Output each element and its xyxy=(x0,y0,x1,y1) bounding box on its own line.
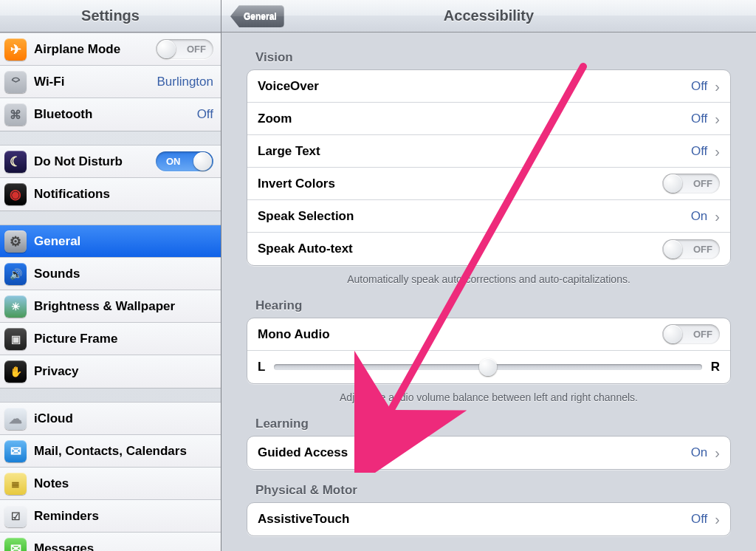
cell-zoom[interactable]: Zoom Off › xyxy=(247,103,730,135)
toggle-knob xyxy=(664,325,682,343)
cell-group-learning: Guided Access On › xyxy=(247,436,731,470)
toggle-knob xyxy=(193,152,212,171)
cell-value: Off xyxy=(691,112,707,126)
cell-audio-balance[interactable]: L R xyxy=(247,351,730,383)
sidebar-item-sounds[interactable]: 🔊 Sounds xyxy=(0,258,221,290)
sidebar-group: ☾ Do Not Disturb ON ◉ Notifications xyxy=(0,145,221,211)
cell-speak-auto-text[interactable]: Speak Auto-text OFF xyxy=(247,233,730,265)
sidebar-item-label: Airplane Mode xyxy=(34,42,120,57)
invert-colors-toggle[interactable]: OFF xyxy=(662,174,720,194)
sidebar-item-picture-frame[interactable]: ▣ Picture Frame xyxy=(0,323,221,355)
sidebar-item-privacy[interactable]: ✋ Privacy xyxy=(0,355,221,388)
sidebar-group: ⚙︎ General 🔊 Sounds ☀︎ Brightness & Wall… xyxy=(0,225,221,389)
mono-audio-toggle[interactable]: OFF xyxy=(662,324,720,344)
sidebar-item-label: Messages xyxy=(34,541,94,551)
sidebar-item-general[interactable]: ⚙︎ General xyxy=(0,225,221,258)
slider-knob[interactable] xyxy=(479,358,497,376)
balance-right-label: R xyxy=(711,360,720,374)
cell-label: VoiceOver xyxy=(258,79,319,94)
cell-value: Off xyxy=(691,79,707,94)
cell-speak-selection[interactable]: Speak Selection On › xyxy=(247,200,730,233)
cell-label: Large Text xyxy=(258,144,320,159)
section-header-vision: Vision xyxy=(255,50,731,65)
sidebar-item-icloud[interactable]: ☁︎ iCloud xyxy=(0,403,221,435)
cell-mono-audio[interactable]: Mono Audio OFF xyxy=(247,318,730,351)
picture-frame-icon: ▣ xyxy=(4,328,27,350)
hand-icon: ✋ xyxy=(4,360,27,383)
sidebar-item-wifi[interactable]: ⌔ Wi-Fi Burlington xyxy=(0,66,221,98)
sidebar-item-airplane-mode[interactable]: ✈︎ Airplane Mode OFF xyxy=(0,33,221,66)
back-button-label: General xyxy=(244,11,277,21)
sidebar-item-notes[interactable]: ≣ Notes xyxy=(0,468,221,500)
toggle-knob xyxy=(664,174,682,193)
cell-group-vision: VoiceOver Off › Zoom Off › Large Text xyxy=(247,69,731,266)
dnd-toggle[interactable]: ON xyxy=(156,151,213,171)
cell-label: Invert Colors xyxy=(258,177,335,191)
cell-label: AssistiveTouch xyxy=(258,512,349,527)
sidebar-item-label: Do Not Disturb xyxy=(34,154,123,169)
balance-slider[interactable] xyxy=(274,364,701,370)
sidebar-item-label: Notifications xyxy=(34,187,110,202)
detail-pane: General Accessibility Vision VoiceOver O… xyxy=(221,0,756,551)
toggle-label: OFF xyxy=(693,329,712,340)
sidebar-item-messages[interactable]: ✉︎ Messages xyxy=(0,533,221,551)
wifi-icon: ⌔ xyxy=(4,71,27,93)
speak-auto-text-toggle[interactable]: OFF xyxy=(662,239,720,259)
sidebar-item-label: Reminders xyxy=(34,509,99,524)
detail-body[interactable]: Vision VoiceOver Off › Zoom Off › xyxy=(221,32,756,551)
sidebar-item-do-not-disturb[interactable]: ☾ Do Not Disturb ON xyxy=(0,146,221,178)
cell-guided-access[interactable]: Guided Access On › xyxy=(247,437,730,469)
sidebar-item-value: Off xyxy=(197,107,213,122)
cell-label: Mono Audio xyxy=(258,327,330,342)
chevron-right-icon: › xyxy=(715,79,720,94)
sidebar-item-brightness-wallpaper[interactable]: ☀︎ Brightness & Wallpaper xyxy=(0,290,221,323)
sidebar-group: ✈︎ Airplane Mode OFF ⌔ Wi-Fi Burlington xyxy=(0,32,221,131)
cell-label: Guided Access xyxy=(258,445,348,460)
chevron-right-icon: › xyxy=(715,112,720,126)
sidebar-group: ☁︎ iCloud ✉︎ Mail, Contacts, Calendars ≣… xyxy=(0,402,221,551)
sidebar-item-label: Privacy xyxy=(34,364,79,379)
cell-voiceover[interactable]: VoiceOver Off › xyxy=(247,70,730,103)
toggle-knob xyxy=(157,40,176,58)
detail-title: Accessibility xyxy=(444,7,534,24)
app-root: Settings ✈︎ Airplane Mode OFF ⌔ Wi-F xyxy=(0,0,756,551)
gear-icon: ⚙︎ xyxy=(4,230,27,253)
cell-value: On xyxy=(691,445,708,460)
section-footer-hearing: Adjust the audio volume balance between … xyxy=(247,391,731,403)
back-button[interactable]: General xyxy=(230,5,284,27)
cell-assistivetouch[interactable]: AssistiveTouch Off › xyxy=(247,503,730,535)
sidebar-item-value: Burlington xyxy=(157,75,213,89)
mail-icon: ✉︎ xyxy=(4,440,27,462)
reminders-icon: ☑︎ xyxy=(4,505,27,527)
sidebar-item-label: General xyxy=(34,234,80,249)
sidebar-item-notifications[interactable]: ◉ Notifications xyxy=(0,178,221,211)
sidebar-content[interactable]: ✈︎ Airplane Mode OFF ⌔ Wi-Fi Burlington xyxy=(0,32,221,551)
cloud-icon: ☁︎ xyxy=(4,408,27,430)
bluetooth-icon: ⌘ xyxy=(4,103,27,126)
sidebar-item-reminders[interactable]: ☑︎ Reminders xyxy=(0,500,221,533)
section-footer-vision: Automatically speak auto-corrections and… xyxy=(247,273,731,285)
sidebar-item-label: Sounds xyxy=(34,267,80,281)
sidebar-item-mail-contacts-calendars[interactable]: ✉︎ Mail, Contacts, Calendars xyxy=(0,435,221,468)
cell-large-text[interactable]: Large Text Off › xyxy=(247,135,730,168)
cell-value: On xyxy=(691,209,708,224)
cell-value: Off xyxy=(691,144,707,159)
toggle-knob xyxy=(664,240,682,259)
notes-icon: ≣ xyxy=(4,473,27,495)
section-header-learning: Learning xyxy=(255,417,731,431)
balance-left-label: L xyxy=(258,360,265,374)
cell-value: Off xyxy=(691,512,707,527)
cell-invert-colors[interactable]: Invert Colors OFF xyxy=(247,168,730,200)
sidebar-item-label: Brightness & Wallpaper xyxy=(34,299,175,314)
airplane-mode-toggle[interactable]: OFF xyxy=(156,39,213,59)
sidebar-item-label: Mail, Contacts, Calendars xyxy=(34,444,187,459)
moon-icon: ☾ xyxy=(4,151,27,173)
cell-label: Speak Selection xyxy=(258,209,354,224)
section-header-hearing: Hearing xyxy=(255,298,731,313)
toggle-label: OFF xyxy=(187,44,206,55)
sidebar-item-label: Bluetooth xyxy=(34,107,92,122)
cell-label: Speak Auto-text xyxy=(258,242,353,256)
sidebar-item-label: iCloud xyxy=(34,411,73,426)
sidebar-item-bluetooth[interactable]: ⌘ Bluetooth Off xyxy=(0,98,221,131)
chevron-right-icon: › xyxy=(715,512,720,527)
